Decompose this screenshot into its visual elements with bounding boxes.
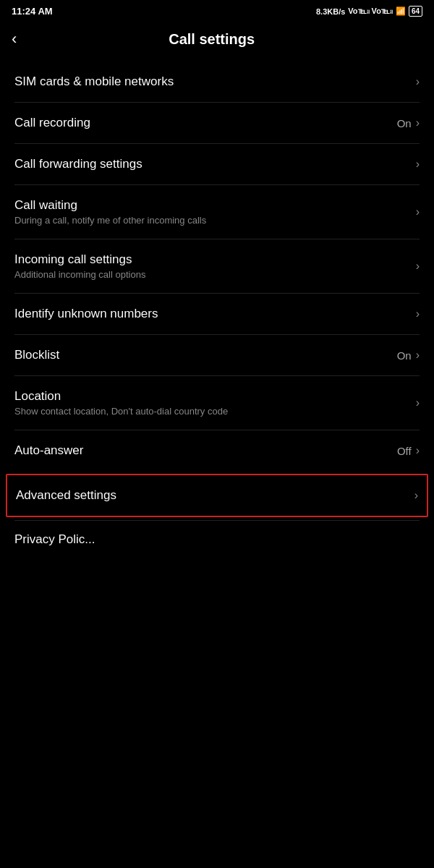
chevron-icon-call-waiting: › <box>416 205 420 218</box>
item-title-location: Location <box>14 389 416 404</box>
item-subtitle-location: Show contact location, Don't auto-dial c… <box>14 406 416 417</box>
settings-item-advanced-settings[interactable]: Advanced settings› <box>6 474 428 517</box>
network-speed: 8.3KB/s <box>316 7 345 16</box>
item-right-incoming-call: › <box>416 260 420 273</box>
settings-list: SIM cards & mobile networks›Call recordi… <box>0 61 434 517</box>
header: ‹ Call settings <box>0 20 434 61</box>
signal-icons: Vo℡ᵢₗ Vo℡ᵢₗ <box>348 7 393 16</box>
chevron-icon-call-recording: › <box>416 116 420 129</box>
item-title-blocklist: Blocklist <box>14 348 397 362</box>
settings-item-location[interactable]: LocationShow contact location, Don't aut… <box>0 376 434 430</box>
chevron-icon-identify-unknown: › <box>416 307 420 320</box>
item-right-call-waiting: › <box>416 205 420 218</box>
item-title-identify-unknown: Identify unknown numbers <box>14 307 416 321</box>
status-bar: 11:24 AM 8.3KB/s Vo℡ᵢₗ Vo℡ᵢₗ 📶 64 <box>0 0 434 20</box>
item-content-call-forwarding: Call forwarding settings <box>14 157 416 171</box>
settings-item-incoming-call[interactable]: Incoming call settingsAdditional incomin… <box>0 239 434 293</box>
item-content-auto-answer: Auto-answer <box>14 443 397 458</box>
item-content-call-waiting: Call waitingDuring a call, notify me of … <box>14 198 416 226</box>
chevron-icon-sim-cards: › <box>416 75 420 88</box>
item-title-call-recording: Call recording <box>14 116 397 130</box>
item-status-auto-answer: Off <box>397 445 412 457</box>
settings-item-call-waiting[interactable]: Call waitingDuring a call, notify me of … <box>0 185 434 239</box>
status-icons: 8.3KB/s Vo℡ᵢₗ Vo℡ᵢₗ 📶 64 <box>316 6 422 17</box>
status-time: 11:24 AM <box>12 6 53 17</box>
chevron-icon-advanced-settings: › <box>414 489 418 502</box>
chevron-icon-blocklist: › <box>416 349 420 362</box>
chevron-icon-incoming-call: › <box>416 260 420 273</box>
settings-item-blocklist[interactable]: BlocklistOn› <box>0 335 434 375</box>
page-title: Call settings <box>22 31 401 48</box>
item-status-blocklist: On <box>397 349 412 362</box>
item-status-call-recording: On <box>397 117 412 129</box>
item-right-sim-cards: › <box>416 75 420 88</box>
item-title-advanced-settings: Advanced settings <box>16 488 414 503</box>
chevron-icon-call-forwarding: › <box>416 158 420 171</box>
item-title-auto-answer: Auto-answer <box>14 443 397 458</box>
item-content-blocklist: Blocklist <box>14 348 397 362</box>
item-right-identify-unknown: › <box>416 307 420 320</box>
chevron-icon-location: › <box>416 396 420 409</box>
item-content-advanced-settings: Advanced settings <box>16 488 414 503</box>
settings-item-identify-unknown[interactable]: Identify unknown numbers› <box>0 294 434 334</box>
item-content-identify-unknown: Identify unknown numbers <box>14 307 416 321</box>
settings-item-auto-answer[interactable]: Auto-answerOff› <box>0 430 434 471</box>
item-title-sim-cards: SIM cards & mobile networks <box>14 75 416 89</box>
item-right-location: › <box>416 396 420 409</box>
settings-item-call-recording[interactable]: Call recordingOn› <box>0 103 434 143</box>
item-content-sim-cards: SIM cards & mobile networks <box>14 75 416 89</box>
chevron-icon-auto-answer: › <box>416 444 420 457</box>
settings-item-sim-cards[interactable]: SIM cards & mobile networks› <box>0 61 434 102</box>
wifi-icon: 📶 <box>396 7 406 16</box>
item-right-call-forwarding: › <box>416 158 420 171</box>
settings-item-call-forwarding[interactable]: Call forwarding settings› <box>0 144 434 184</box>
item-subtitle-call-waiting: During a call, notify me of other incomi… <box>14 215 416 226</box>
partial-item-title: Privacy Polic... <box>14 532 95 546</box>
item-right-advanced-settings: › <box>414 489 418 502</box>
item-title-call-forwarding: Call forwarding settings <box>14 157 416 171</box>
item-title-incoming-call: Incoming call settings <box>14 252 416 267</box>
item-right-call-recording: On› <box>397 116 420 129</box>
item-content-call-recording: Call recording <box>14 116 397 130</box>
item-subtitle-incoming-call: Additional incoming call options <box>14 269 416 280</box>
partial-item[interactable]: Privacy Polic... <box>0 521 434 558</box>
item-content-location: LocationShow contact location, Don't aut… <box>14 389 416 417</box>
back-button[interactable]: ‹ <box>12 28 22 50</box>
item-title-call-waiting: Call waiting <box>14 198 416 213</box>
item-right-blocklist: On› <box>397 349 420 362</box>
battery-icon: 64 <box>409 6 422 17</box>
item-right-auto-answer: Off› <box>397 444 420 457</box>
item-content-incoming-call: Incoming call settingsAdditional incomin… <box>14 252 416 280</box>
